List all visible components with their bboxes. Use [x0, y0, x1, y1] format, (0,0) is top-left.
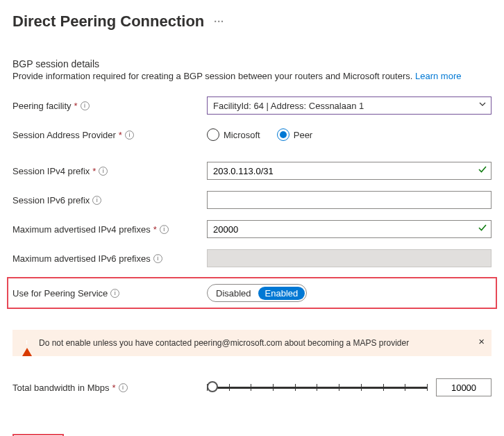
peering-service-label: Use for Peering Service i	[12, 288, 207, 299]
ipv6-prefix-input[interactable]	[207, 191, 492, 209]
ipv4-prefix-input[interactable]	[207, 162, 492, 180]
check-icon	[478, 223, 487, 235]
info-icon[interactable]: i	[119, 383, 128, 392]
bandwidth-input[interactable]	[436, 378, 492, 396]
max-ipv4-label: Maximum advertised IPv4 prefixes* i	[12, 224, 207, 235]
info-icon[interactable]: i	[92, 196, 101, 205]
more-icon[interactable]: ···	[214, 16, 224, 27]
info-icon[interactable]: i	[125, 131, 134, 140]
toggle-enabled[interactable]: Enabled	[258, 287, 305, 300]
radio-microsoft[interactable]: Microsoft	[207, 128, 260, 141]
info-icon[interactable]: i	[160, 225, 169, 234]
radio-peer[interactable]: Peer	[277, 128, 312, 141]
bandwidth-label: Total bandwidth in Mbps* i	[12, 383, 207, 393]
max-ipv6-label: Maximum advertised IPv6 prefixes i	[12, 253, 207, 264]
ipv6-prefix-label: Session IPv6 prefix i	[12, 195, 207, 206]
info-icon[interactable]: i	[99, 167, 108, 176]
slider-thumb[interactable]	[207, 381, 218, 392]
info-icon[interactable]: i	[81, 101, 90, 110]
warning-alert: Do not enable unless you have contacted …	[12, 330, 492, 356]
peering-service-toggle[interactable]: Disabled Enabled	[207, 284, 307, 302]
learn-more-link[interactable]: Learn more	[415, 71, 461, 81]
peering-facility-select[interactable]: FacilityId: 64 | Address: Cessnalaan 1	[207, 97, 492, 115]
peering-facility-label: Peering facility* i	[12, 101, 207, 111]
info-icon[interactable]: i	[110, 289, 119, 298]
session-provider-label: Session Address Provider* i	[12, 130, 207, 140]
max-ipv6-input	[207, 249, 492, 267]
bandwidth-slider[interactable]	[207, 380, 428, 394]
section-heading: BGP session details	[12, 58, 492, 69]
ipv4-prefix-label: Session IPv4 prefix* i	[12, 166, 207, 176]
check-icon	[478, 165, 487, 176]
toggle-disabled[interactable]: Disabled	[209, 287, 258, 300]
info-icon[interactable]: i	[153, 254, 162, 263]
max-ipv4-input[interactable]	[207, 220, 492, 238]
chevron-down-icon	[478, 100, 487, 110]
page-title: Direct Peering Connection ···	[12, 12, 492, 31]
close-icon[interactable]: ×	[478, 335, 485, 347]
warning-icon	[22, 338, 32, 348]
section-subtitle: Provide information required for creatin…	[12, 71, 492, 81]
